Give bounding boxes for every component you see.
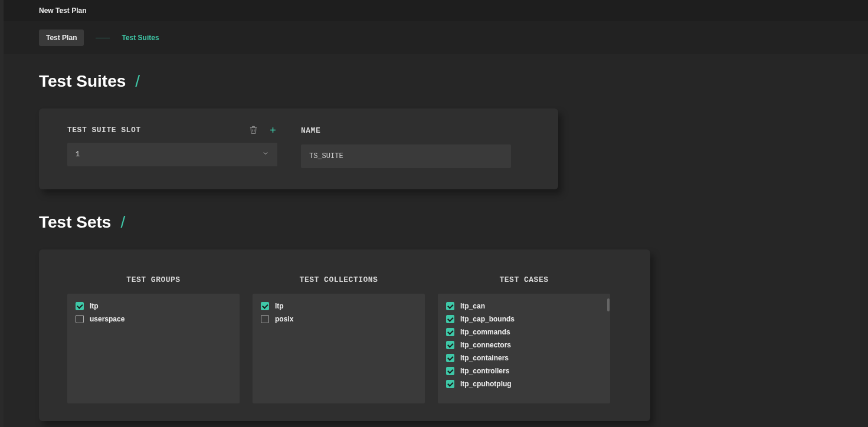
section-title-suites-text: Test Suites [39, 72, 126, 91]
test-cases-list: ltp_canltp_cap_boundsltp_commandsltp_con… [438, 294, 610, 403]
list-item[interactable]: ltp_can [438, 300, 610, 313]
list-item[interactable]: posix [253, 313, 425, 326]
groups-header: TEST GROUPS [67, 275, 240, 284]
slot-label: TEST SUITE SLOT [67, 126, 141, 134]
section-title-suites: Test Suites / [39, 72, 868, 91]
checkbox[interactable] [446, 380, 454, 388]
collections-header: TEST COLLECTIONS [253, 275, 425, 284]
plus-icon [268, 126, 277, 134]
list-item-label: ltp [90, 302, 99, 310]
test-collections-list: ltpposix [253, 294, 425, 403]
main-content: Test Suites / TEST SUITE SLOT [4, 54, 868, 427]
list-item-label: ltp_containers [460, 354, 509, 362]
list-item-label: ltp [275, 302, 284, 310]
tab-test-plan-label: Test Plan [46, 34, 77, 42]
list-item[interactable]: ltp_commands [438, 326, 610, 339]
section-title-sets-text: Test Sets [39, 213, 111, 232]
chevron-down-icon [262, 150, 269, 159]
checkbox[interactable] [446, 354, 454, 362]
tab-test-suites-label: Test Suites [122, 34, 159, 42]
list-item-label: ltp_cpuhotplug [460, 380, 512, 388]
list-item-label: userspace [90, 315, 125, 323]
checkbox[interactable] [76, 302, 84, 310]
slot-select[interactable]: 1 [67, 143, 277, 166]
list-item-label: ltp_connectors [460, 341, 511, 349]
checkbox[interactable] [261, 315, 269, 323]
name-label: NAME [301, 126, 320, 135]
tab-test-plan[interactable]: Test Plan [39, 29, 84, 46]
list-item[interactable]: ltp_cpuhotplug [438, 377, 610, 390]
list-item[interactable]: ltp [67, 300, 240, 313]
list-item[interactable]: ltp [253, 300, 425, 313]
test-groups-list: ltpuserspace [67, 294, 240, 403]
checkbox[interactable] [261, 302, 269, 310]
list-item-label: ltp_commands [460, 328, 510, 336]
trash-icon [249, 125, 258, 134]
delete-suite-button[interactable] [249, 125, 258, 134]
list-item[interactable]: ltp_cap_bounds [438, 313, 610, 326]
tab-bar: Test Plan Test Suites [4, 21, 868, 54]
top-bar: New Test Plan [4, 0, 868, 21]
checkbox[interactable] [446, 367, 454, 375]
test-suite-card: TEST SUITE SLOT 1 [39, 109, 558, 189]
section-title-sets: Test Sets / [39, 213, 868, 232]
name-input[interactable]: TS_SUITE [301, 144, 511, 168]
add-suite-button[interactable] [268, 126, 277, 134]
checkbox[interactable] [446, 302, 454, 310]
slash-icon: / [120, 213, 125, 232]
tab-test-suites[interactable]: Test Suites [122, 34, 159, 42]
list-item[interactable]: ltp_containers [438, 352, 610, 364]
test-sets-card: TEST GROUPS TEST COLLECTIONS TEST CASES … [39, 249, 650, 421]
list-item[interactable]: ltp_controllers [438, 364, 610, 377]
list-item-label: ltp_cap_bounds [460, 315, 515, 323]
page-title: New Test Plan [39, 6, 86, 15]
name-input-value: TS_SUITE [309, 152, 343, 160]
list-item[interactable]: ltp_connectors [438, 339, 610, 352]
list-item[interactable]: userspace [67, 313, 240, 326]
list-item-label: ltp_can [460, 302, 485, 310]
tab-divider [96, 38, 110, 38]
list-item-label: posix [275, 315, 293, 323]
checkbox[interactable] [446, 328, 454, 336]
slot-select-value: 1 [76, 150, 80, 159]
checkbox[interactable] [446, 341, 454, 349]
scrollbar[interactable] [607, 298, 610, 311]
cases-header: TEST CASES [438, 275, 610, 284]
list-item-label: ltp_controllers [460, 367, 509, 375]
slash-icon: / [135, 72, 140, 91]
checkbox[interactable] [76, 315, 84, 323]
checkbox[interactable] [446, 315, 454, 323]
